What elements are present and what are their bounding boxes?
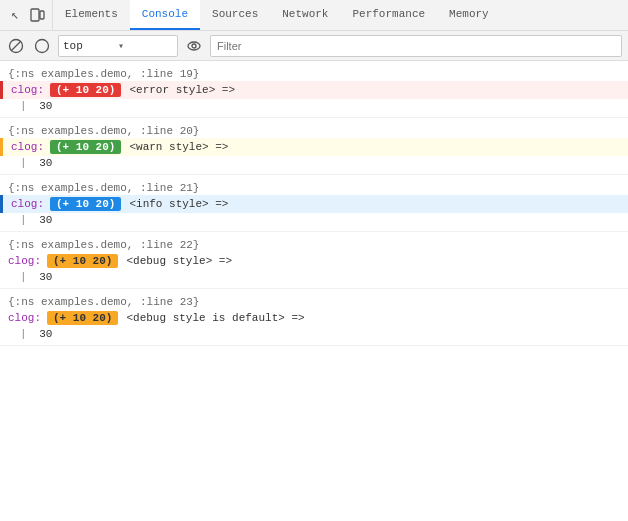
log-line: clog:(+ 10 20)<debug style is default> =… [0,309,628,327]
log-badge: (+ 10 20) [50,83,121,97]
result-value: 30 [33,214,53,226]
style-text: <debug style is default> => [126,312,304,324]
result-value: 30 [33,328,53,340]
svg-point-6 [192,44,196,48]
log-line: clog:(+ 10 20)<error style> => [0,81,628,99]
stop-icon[interactable] [32,36,52,56]
svg-line-3 [11,41,21,51]
clog-label: clog: [11,141,44,153]
log-badge: (+ 10 20) [50,197,121,211]
ns-line: {:ns examples.demo, :line 19} [0,65,628,81]
tab-sources[interactable]: Sources [200,0,270,30]
log-group: {:ns examples.demo, :line 21}clog:(+ 10 … [0,175,628,232]
result-line: | 30 [0,99,628,113]
clog-label: clog: [8,312,41,324]
context-dropdown-arrow: ▾ [118,40,173,52]
clog-label: clog: [11,198,44,210]
clog-label: clog: [8,255,41,267]
result-value: 30 [33,157,53,169]
svg-point-4 [36,39,49,52]
log-group: {:ns examples.demo, :line 20}clog:(+ 10 … [0,118,628,175]
result-value: 30 [33,271,53,283]
context-selector[interactable]: top ▾ [58,35,178,57]
result-line: | 30 [0,156,628,170]
svg-point-5 [188,42,200,50]
result-line: | 30 [0,270,628,284]
tab-performance[interactable]: Performance [340,0,437,30]
clog-label: clog: [11,84,44,96]
result-line: | 30 [0,213,628,227]
ns-line: {:ns examples.demo, :line 21} [0,179,628,195]
log-badge: (+ 10 20) [50,140,121,154]
log-line: clog:(+ 10 20)<info style> => [0,195,628,213]
result-line: | 30 [0,327,628,341]
log-badge: (+ 10 20) [47,311,118,325]
console-toolbar: top ▾ [0,31,628,61]
console-output: {:ns examples.demo, :line 19}clog:(+ 10 … [0,61,628,521]
log-group: {:ns examples.demo, :line 19}clog:(+ 10 … [0,61,628,118]
svg-rect-1 [40,11,44,19]
ns-line: {:ns examples.demo, :line 20} [0,122,628,138]
tab-network[interactable]: Network [270,0,340,30]
tab-elements[interactable]: Elements [53,0,130,30]
tab-memory[interactable]: Memory [437,0,501,30]
eye-button[interactable] [184,36,204,56]
tab-icons: ↖ [0,0,53,30]
filter-input[interactable] [210,35,622,57]
inspect-icon[interactable]: ↖ [6,6,24,24]
style-text: <warn style> => [129,141,228,153]
log-group: {:ns examples.demo, :line 22}clog:(+ 10 … [0,232,628,289]
result-value: 30 [33,100,53,112]
style-text: <debug style> => [126,255,232,267]
log-group: {:ns examples.demo, :line 23}clog:(+ 10 … [0,289,628,346]
ns-line: {:ns examples.demo, :line 22} [0,236,628,252]
ns-line: {:ns examples.demo, :line 23} [0,293,628,309]
log-line: clog:(+ 10 20)<debug style> => [0,252,628,270]
style-text: <error style> => [129,84,235,96]
tab-bar: ↖ Elements Console Sources Network Perfo… [0,0,628,31]
log-badge: (+ 10 20) [47,254,118,268]
device-icon[interactable] [28,6,46,24]
clear-console-button[interactable] [6,36,26,56]
log-line: clog:(+ 10 20)<warn style> => [0,138,628,156]
style-text: <info style> => [129,198,228,210]
svg-rect-0 [31,9,39,21]
tab-console[interactable]: Console [130,0,200,30]
